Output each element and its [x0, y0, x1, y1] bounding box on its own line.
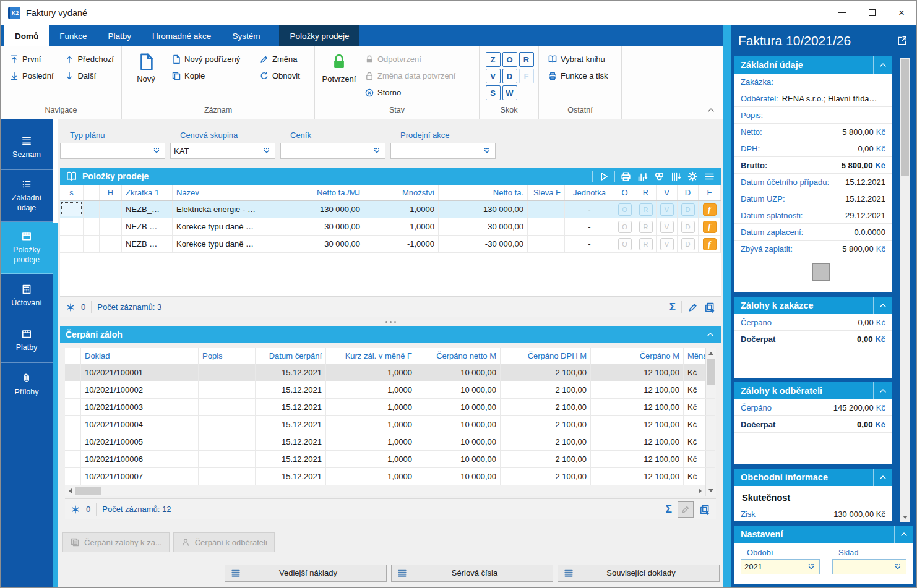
detail-splitter[interactable] — [723, 25, 731, 587]
items-edit-icon[interactable] — [687, 302, 699, 313]
footer-button-1[interactable]: Vedlejší náklady — [225, 565, 387, 582]
jump-button-o[interactable]: O — [502, 52, 517, 67]
advance-row-2[interactable]: 10/2021/10000215.12.20211,000010 000,002… — [65, 381, 705, 399]
section-settings-collapse-button[interactable] — [894, 526, 913, 543]
items-chart-icon[interactable] — [637, 171, 648, 182]
items-col-header-10[interactable]: Jednotka — [565, 185, 614, 200]
flag-button-v[interactable]: V — [660, 221, 674, 233]
new-child-button[interactable]: Nový podřízený — [168, 51, 253, 67]
items-col-header-3[interactable]: H — [100, 185, 122, 200]
advance-row-1[interactable]: 10/2021/10000115.12.20211,000010 000,002… — [65, 364, 705, 381]
sidebar-item-2[interactable]: Základní údaje — [1, 170, 53, 222]
ribbon-tab-1[interactable]: Domů — [4, 25, 49, 46]
detail-scrollbar[interactable] — [900, 58, 910, 522]
flag-button-d[interactable]: D — [681, 203, 695, 216]
section-advances-order-collapse-button[interactable] — [873, 297, 892, 314]
sale-item-row-1[interactable]: NEZB_…Elektrická energie - …130 000,001,… — [60, 201, 721, 218]
flag-button-v[interactable]: V — [660, 238, 674, 250]
items-print-icon[interactable] — [620, 171, 632, 182]
items-col-header-13[interactable]: V — [657, 185, 678, 200]
next-button[interactable]: Další — [61, 67, 118, 84]
unconfirm-button[interactable]: Odpotvrzení — [361, 51, 459, 67]
items-col-header-12[interactable]: R — [635, 185, 657, 200]
items-columns-icon[interactable] — [670, 171, 682, 182]
items-col-header-9[interactable]: Sleva F — [528, 185, 565, 200]
jump-button-r[interactable]: R — [519, 52, 534, 67]
change-button[interactable]: Změna — [256, 51, 304, 67]
new-button[interactable]: Nový — [127, 51, 165, 104]
sidebar-item-3[interactable]: Položky prodeje — [1, 222, 53, 274]
advances-col-header-2[interactable]: Doklad — [81, 348, 199, 364]
panel-splitter-handle[interactable] — [60, 317, 721, 326]
flag-button-r[interactable]: R — [639, 221, 653, 233]
section-business-collapse-button[interactable] — [873, 469, 892, 486]
confirm-button[interactable]: Potvrzení — [320, 51, 358, 104]
last-button[interactable]: Poslední — [6, 67, 58, 84]
sidebar-item-5[interactable]: Platby — [1, 318, 53, 363]
ribbon-tab-2[interactable]: Funkce — [49, 25, 97, 46]
jump-button-d[interactable]: D — [502, 69, 517, 83]
ribbon-tab-6[interactable]: Položky prodeje — [279, 25, 359, 46]
items-sum-icon[interactable]: Σ — [669, 301, 676, 313]
refresh-button[interactable]: Obnovit — [256, 67, 304, 84]
run-icon[interactable] — [598, 171, 609, 182]
advances-col-header-6[interactable]: Čerpáno netto M — [416, 348, 501, 364]
warehouse-combobox[interactable] — [832, 559, 906, 574]
jump-button-s[interactable]: S — [486, 85, 501, 100]
jump-button-f[interactable]: F — [519, 69, 534, 83]
flag-button-r[interactable]: R — [639, 238, 653, 250]
advance-row-3[interactable]: 10/2021/10000315.12.20211,000010 000,002… — [65, 399, 705, 416]
cancel-button[interactable]: Storno — [361, 84, 459, 101]
footer-button-3[interactable]: Související doklady — [558, 565, 720, 582]
advances-col-header-5[interactable]: Kurz zál. v měně F — [326, 348, 416, 364]
copy-button[interactable]: Kopie — [168, 67, 253, 84]
advances-collapse-icon[interactable] — [705, 330, 715, 339]
sale-item-row-2[interactable]: NEZB …Korekce typu daně …30 000,001,0000… — [60, 218, 721, 236]
footer-button-2[interactable]: Sériová čísla — [391, 565, 553, 582]
section-advances-customer-collapse-button[interactable] — [873, 382, 892, 399]
advance-row-5[interactable]: 10/2021/10000515.12.20211,000010 000,002… — [65, 433, 705, 451]
items-col-header-2[interactable] — [84, 185, 100, 200]
previous-button[interactable]: Předchozí — [61, 51, 118, 67]
filter-combobox-4[interactable] — [390, 143, 496, 159]
flag-button-o[interactable]: O — [618, 203, 632, 216]
flag-button-v[interactable]: V — [660, 203, 674, 216]
close-button[interactable]: × — [887, 1, 916, 25]
advances-hscrollbar[interactable] — [65, 485, 705, 496]
advances-col-header-4[interactable]: Datum čerpání — [256, 348, 326, 364]
color-swatch[interactable] — [812, 263, 830, 281]
flag-button-f[interactable]: f — [703, 238, 717, 250]
section-basic-collapse-button[interactable] — [873, 56, 892, 74]
advances-edit-button[interactable] — [678, 501, 694, 518]
open-in-window-icon[interactable] — [897, 35, 908, 46]
items-gear-icon[interactable] — [687, 171, 699, 182]
advances-copy-add-icon[interactable] — [699, 504, 710, 515]
items-menu-icon[interactable] — [704, 171, 715, 182]
jump-button-w[interactable]: W — [502, 85, 517, 100]
filter-combobox-1[interactable] — [60, 143, 165, 159]
sidebar-item-4[interactable]: Účtování — [1, 274, 53, 318]
items-col-header-5[interactable]: Název — [173, 185, 275, 200]
ribbon-tab-4[interactable]: Hromadné akce — [142, 25, 222, 46]
jump-button-v[interactable]: V — [486, 69, 501, 83]
secondary-button-1[interactable]: Čerpání zálohy k za... — [62, 532, 170, 552]
secondary-button-2[interactable]: Čerpání k odběrateli — [173, 532, 275, 552]
advance-row-6[interactable]: 10/2021/10000615.12.20211,000010 000,002… — [65, 451, 705, 468]
jump-button-z[interactable]: Z — [486, 52, 501, 67]
sidebar-item-1[interactable]: Seznam — [1, 126, 53, 170]
flag-button-f[interactable]: f — [703, 221, 717, 233]
advances-col-header-7[interactable]: Čerpáno DPH M — [501, 348, 591, 364]
advances-col-header-8[interactable]: Čerpáno M — [591, 348, 684, 364]
flag-button-r[interactable]: R — [639, 203, 653, 216]
period-combobox[interactable]: 2021 — [741, 559, 820, 574]
first-button[interactable]: První — [6, 51, 58, 67]
flag-button-f[interactable]: f — [703, 203, 717, 216]
items-col-header-14[interactable]: D — [678, 185, 699, 200]
flag-button-d[interactable]: D — [681, 221, 695, 233]
advance-row-4[interactable]: 10/2021/10000415.12.20211,000010 000,002… — [65, 416, 705, 433]
sidebar-item-6[interactable]: Přílohy — [1, 363, 53, 407]
ribbon-tab-5[interactable]: Systém — [222, 25, 270, 46]
flag-button-d[interactable]: D — [681, 238, 695, 250]
select-book-button[interactable]: Vybrat knihu — [544, 51, 612, 67]
flag-button-o[interactable]: O — [618, 238, 632, 250]
